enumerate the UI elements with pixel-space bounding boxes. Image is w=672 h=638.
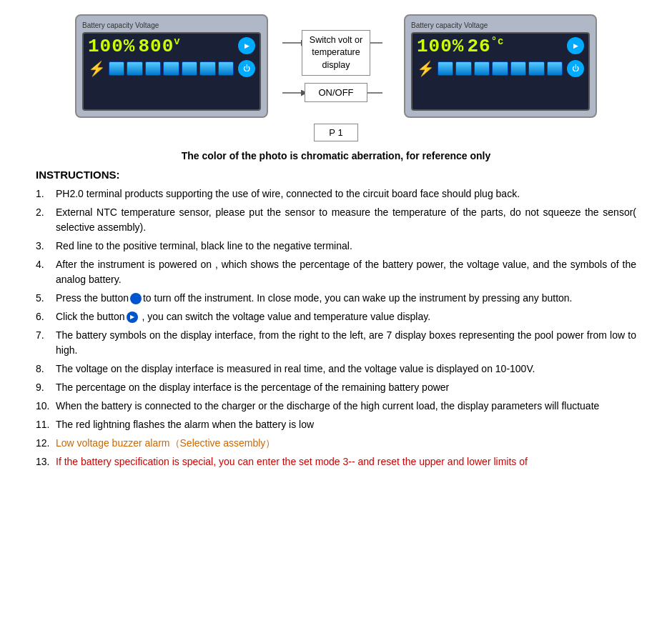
text-6: Click the button▶ , you can switch the v…: [56, 309, 636, 324]
instruction-item-8: 8. The voltage on the display interface …: [36, 362, 636, 377]
battery-bar-left: [109, 61, 234, 76]
callout-onoff-text: ON/OFF: [318, 87, 353, 98]
p1-label: P 1: [21, 124, 651, 141]
callout-switch-box: Switch volt or temperature display: [302, 30, 370, 76]
text-10: When the battery is connected to the cha…: [56, 399, 636, 414]
num-3: 3.: [36, 239, 56, 254]
text-3: Red line to the positive terminal, black…: [56, 239, 636, 254]
lightning-icon-left: ⚡: [88, 60, 106, 77]
instruction-item-3: 3. Red line to the positive terminal, bl…: [36, 239, 636, 254]
play-button-left[interactable]: ▶: [238, 37, 255, 54]
battery-bar-right: [438, 61, 563, 76]
play-button-right[interactable]: ▶: [567, 37, 584, 54]
color-note: The color of the photo is chromatic aber…: [36, 150, 636, 161]
device-left-screen: 100%800v ▶ ⚡ ⏻: [82, 32, 261, 111]
num-2: 2.: [36, 205, 56, 235]
callout-switch-text: Switch volt or temperature display: [310, 35, 362, 70]
play-icon-inline: ▶: [127, 311, 138, 323]
num-10: 10.: [36, 399, 56, 414]
instruction-item-2: 2. External NTC temperature sensor, plea…: [36, 205, 636, 235]
power-button-right[interactable]: ⏻: [567, 60, 584, 77]
p1-box: P 1: [314, 124, 357, 141]
instructions-title: INSTRUCTIONS:: [36, 169, 636, 181]
num-5: 5.: [36, 291, 56, 306]
device-right-screen: 100%26°c ▶ ⚡ ⏻: [411, 32, 590, 111]
text-7: The battery symbols on the display inter…: [56, 328, 636, 358]
instruction-list: 1. PH2.0 terminal products supporting th…: [36, 186, 636, 469]
top-section: Battery capacity Voltage 100%800v ▶ ⚡: [21, 7, 651, 118]
lightning-icon-right: ⚡: [417, 60, 435, 77]
page-wrapper: Battery capacity Voltage 100%800v ▶ ⚡: [21, 7, 651, 469]
device-right-digits: 100%26°c: [417, 36, 504, 56]
instruction-item-10: 10. When the battery is connected to the…: [36, 399, 636, 414]
text-12: Low voltage buzzer alarm（Selective assem…: [56, 436, 636, 451]
device-right: Battery capacity Voltage 100%26°c ▶ ⚡: [404, 14, 597, 118]
text-8: The voltage on the display interface is …: [56, 362, 636, 377]
instruction-item-4: 4. After the instrument is powered on , …: [36, 257, 636, 287]
instruction-item-6: 6. Click the button▶ , you can switch th…: [36, 309, 636, 324]
num-9: 9.: [36, 380, 56, 395]
text-13: If the battery specification is special,…: [56, 454, 636, 469]
device-left-header: Battery capacity Voltage: [82, 21, 261, 29]
callouts-middle: Switch volt or temperature display ON/OF…: [268, 14, 404, 118]
num-8: 8.: [36, 362, 56, 377]
num-7: 7.: [36, 328, 56, 358]
instruction-item-11: 11. The red lightning flashes the alarm …: [36, 417, 636, 432]
power-icon-inline: [130, 293, 142, 304]
device-left-digits: 100%800v: [88, 36, 181, 56]
instruction-item-7: 7. The battery symbols on the display in…: [36, 328, 636, 358]
instruction-item-12: 12. Low voltage buzzer alarm（Selective a…: [36, 436, 636, 451]
text-9: The percentage on the display interface …: [56, 380, 636, 395]
num-11: 11.: [36, 417, 56, 432]
callout-onoff-box: ON/OFF: [305, 83, 367, 102]
instruction-item-13: 13. If the battery specification is spec…: [36, 454, 636, 469]
instruction-item-9: 9. The percentage on the display interfa…: [36, 380, 636, 395]
text-5: Press the buttonto turn off the instrume…: [56, 291, 636, 306]
instruction-item-1: 1. PH2.0 terminal products supporting th…: [36, 186, 636, 201]
text-4: After the instrument is powered on , whi…: [56, 257, 636, 287]
num-6: 6.: [36, 309, 56, 324]
num-13: 13.: [36, 454, 56, 469]
power-button-left[interactable]: ⏻: [238, 60, 255, 77]
device-right-header: Battery capacity Voltage: [411, 21, 590, 29]
instructions-section: The color of the photo is chromatic aber…: [21, 150, 651, 469]
device-left: Battery capacity Voltage 100%800v ▶ ⚡: [75, 14, 268, 118]
num-1: 1.: [36, 186, 56, 201]
text-1: PH2.0 terminal products supporting the u…: [56, 186, 636, 201]
text-11: The red lightning flashes the alarm when…: [56, 417, 636, 432]
num-4: 4.: [36, 257, 56, 287]
instruction-item-5: 5. Press the buttonto turn off the instr…: [36, 291, 636, 306]
num-12: 12.: [36, 436, 56, 451]
text-2: External NTC temperature sensor, please …: [56, 205, 636, 235]
